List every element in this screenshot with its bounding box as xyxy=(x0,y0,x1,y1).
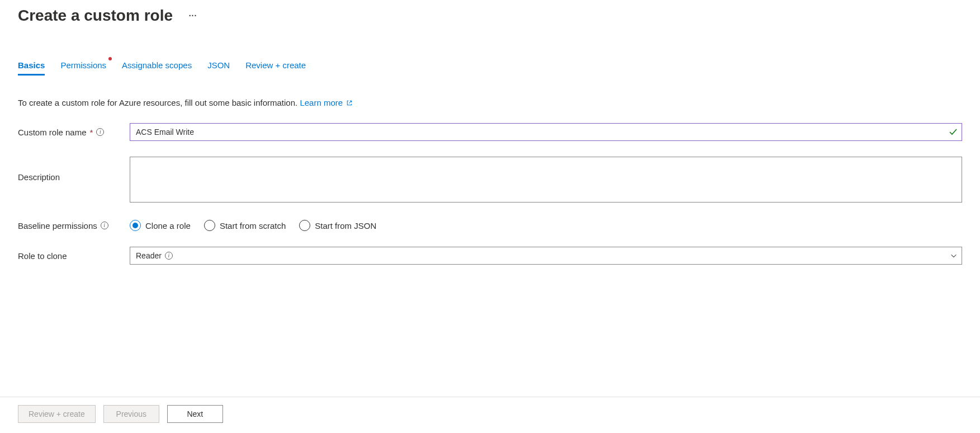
radio-icon xyxy=(204,220,215,231)
row-role-name: Custom role name * i xyxy=(18,123,962,141)
radio-icon xyxy=(130,220,141,231)
radio-clone-a-role[interactable]: Clone a role xyxy=(130,220,191,231)
tab-label: JSON xyxy=(207,60,230,70)
baseline-radio-group: Clone a role Start from scratch Start fr… xyxy=(130,220,376,231)
form: Custom role name * i Description Baselin… xyxy=(18,123,962,265)
radio-label: Start from JSON xyxy=(315,221,376,230)
tab-review-create[interactable]: Review + create xyxy=(245,60,306,76)
tab-label: Assignable scopes xyxy=(122,60,192,70)
row-description: Description xyxy=(18,157,962,204)
more-icon[interactable]: ··· xyxy=(186,9,200,22)
row-baseline: Baseline permissions i Clone a role Star… xyxy=(18,220,962,231)
info-icon[interactable]: i xyxy=(165,252,173,260)
radio-label: Start from scratch xyxy=(220,221,286,230)
description-input[interactable] xyxy=(130,157,962,203)
info-icon[interactable]: i xyxy=(101,222,108,229)
radio-icon xyxy=(299,220,310,231)
tab-label: Basics xyxy=(18,60,45,70)
page-header: Create a custom role ··· xyxy=(18,0,962,29)
tab-label: Permissions xyxy=(60,60,106,70)
required-asterisk: * xyxy=(90,128,93,137)
page-title: Create a custom role xyxy=(18,7,173,25)
label-role-to-clone: Role to clone xyxy=(18,251,130,261)
chevron-down-icon xyxy=(950,252,958,260)
tab-dot-icon xyxy=(108,57,112,60)
row-role-to-clone: Role to clone Reader i xyxy=(18,247,962,265)
intro-body: To create a custom role for Azure resour… xyxy=(18,98,300,107)
tab-json[interactable]: JSON xyxy=(207,60,230,76)
tab-basics[interactable]: Basics xyxy=(18,60,45,76)
radio-start-from-scratch[interactable]: Start from scratch xyxy=(204,220,286,231)
external-link-icon xyxy=(346,100,353,106)
tab-permissions[interactable]: Permissions xyxy=(60,60,106,76)
intro-text: To create a custom role for Azure resour… xyxy=(18,98,962,107)
radio-start-from-json[interactable]: Start from JSON xyxy=(299,220,376,231)
label-role-name: Custom role name * i xyxy=(18,128,130,137)
learn-more-link[interactable]: Learn more xyxy=(300,98,353,107)
info-icon[interactable]: i xyxy=(96,128,104,136)
radio-label: Clone a role xyxy=(145,221,191,230)
label-baseline: Baseline permissions i xyxy=(18,221,130,230)
tabs: Basics Permissions Assignable scopes JSO… xyxy=(18,60,962,76)
tab-label: Review + create xyxy=(245,60,306,70)
label-description: Description xyxy=(18,157,130,182)
select-value: Reader xyxy=(136,251,162,260)
role-to-clone-select[interactable]: Reader i xyxy=(130,247,962,265)
checkmark-icon xyxy=(949,128,958,137)
tab-assignable-scopes[interactable]: Assignable scopes xyxy=(122,60,192,76)
role-name-input[interactable] xyxy=(130,123,962,141)
